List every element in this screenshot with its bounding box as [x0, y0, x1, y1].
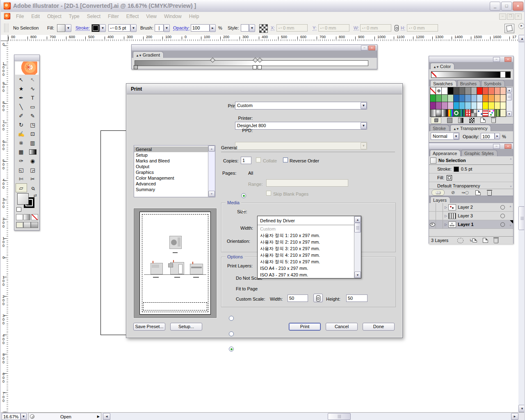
rotate-tool[interactable]: ↻ — [16, 120, 27, 129]
swatch[interactable] — [465, 87, 470, 94]
pen-tool[interactable]: ✒ — [16, 93, 27, 102]
swatch[interactable] — [500, 87, 506, 94]
lock-toggle[interactable] — [436, 220, 443, 228]
layer-row-layer-2[interactable]: ▷Layer 2▲ — [429, 203, 513, 212]
swatch-registration[interactable]: ⊕ — [436, 87, 441, 94]
size-option[interactable]: 사용자 정의 2: 210 x 297 mm. — [258, 239, 354, 245]
tab-symbols[interactable]: Symbols — [481, 80, 505, 87]
menu-type[interactable]: Type — [65, 12, 83, 21]
panel-opacity-field[interactable]: 100 — [481, 133, 495, 139]
swatch[interactable] — [495, 87, 500, 94]
appearance-trash-icon[interactable] — [487, 191, 492, 196]
gradient-palette-strip[interactable]: – × — [132, 45, 377, 51]
swatch-linear-bw[interactable] — [430, 110, 436, 116]
fill-dropdown-button[interactable]: ▼ — [65, 24, 71, 32]
scissors-tool[interactable]: ✂ — [27, 174, 39, 183]
v-scroll-down-icon[interactable]: ▼ — [518, 405, 525, 412]
scale-link-button[interactable] — [313, 294, 323, 302]
reverse-order-checkbox[interactable] — [283, 158, 288, 162]
blend-mode-dropdown-button[interactable]: ▼ — [453, 133, 459, 139]
visibility-toggle[interactable] — [429, 212, 436, 220]
line-segment-tool[interactable]: ╲ — [16, 102, 27, 111]
swatch[interactable] — [448, 102, 453, 109]
appearance-scroll-down-icon[interactable]: ▼ — [509, 185, 512, 188]
print-sections-list[interactable]: GeneralSetupMarks and BleedOutputGraphic… — [134, 145, 215, 197]
make-clipping-mask-icon[interactable] — [457, 238, 463, 243]
copies-field[interactable]: 1 — [241, 157, 251, 164]
save-preset-button[interactable]: Save Preset... — [133, 323, 165, 331]
size-option[interactable]: 사용자 정의 3: 210 x 297 mm. — [258, 245, 354, 252]
rectangle-tool[interactable]: ▭ — [27, 102, 39, 111]
swatch-none[interactable] — [430, 87, 436, 94]
opacity-link[interactable]: Opacity: — [173, 25, 189, 31]
v-scroll-up-icon[interactable]: ▲ — [518, 35, 525, 42]
color-black-swatch[interactable] — [505, 71, 511, 78]
horizontal-ruler[interactable]: 0080070060050040030020010001002003004005… — [8, 35, 518, 41]
stepper-icon[interactable]: ▲▼ — [110, 27, 114, 29]
knife-tool[interactable]: ✄ — [16, 174, 27, 183]
pencil-tool[interactable]: ✎ — [27, 111, 39, 120]
tab-swatches[interactable]: Swatches — [430, 80, 457, 87]
gradient-stop-2[interactable] — [253, 65, 257, 69]
toolbox-drag-strip[interactable] — [14, 55, 39, 61]
sections-scroll-up-icon[interactable]: ▲ — [208, 146, 215, 152]
print-section-setup[interactable]: Setup — [134, 152, 208, 158]
custom-scale-radio[interactable] — [229, 347, 234, 352]
layer-row-layer-1[interactable]: ▷Layer 1▼ — [429, 220, 513, 229]
new-art-maintains-icon[interactable]: ◐▸◯ — [461, 191, 469, 194]
swatch-linear-wb[interactable] — [442, 110, 447, 116]
dropdown-scroll-down-icon[interactable]: ▼ — [354, 272, 361, 278]
dropdown-scroll-up-icon[interactable]: ▲ — [354, 216, 361, 223]
swatch[interactable] — [448, 95, 453, 102]
panel-menu-chevron-icon[interactable]: ▸ — [518, 23, 525, 29]
print-section-marks-and-bleed[interactable]: Marks and Bleed — [134, 158, 208, 164]
appearance-row-fill[interactable]: Fill: — [429, 173, 513, 182]
duplicate-item-button[interactable] — [431, 189, 445, 196]
new-layer-icon[interactable] — [483, 238, 488, 243]
stroke-link[interactable]: Stroke: — [75, 25, 90, 31]
swatch-camo[interactable] — [495, 110, 500, 116]
print-preview[interactable] — [134, 208, 217, 318]
graph-tool[interactable]: ▥ — [27, 138, 39, 147]
sections-scroll-down-icon[interactable]: ▼ — [208, 191, 215, 197]
swatch[interactable] — [483, 102, 488, 109]
panel-group-strip[interactable]: – × — [429, 56, 513, 62]
h-scroll-track[interactable] — [110, 413, 511, 420]
expand-triangle-icon[interactable]: ▷ — [445, 214, 447, 218]
appearance-row-transparency[interactable]: Default Transparency — [429, 182, 513, 189]
clear-appearance-icon[interactable]: ⊘ — [451, 190, 455, 195]
print-preset-combo[interactable]: Custom ▼ — [235, 102, 367, 110]
new-swatch-icon[interactable] — [480, 118, 486, 123]
scale-height-field[interactable]: 50 — [346, 294, 368, 302]
menu-effect[interactable]: Effect — [123, 12, 142, 21]
appearance-new-icon[interactable] — [475, 190, 481, 195]
sections-scrollbar[interactable]: ▲ ▼ — [208, 146, 215, 197]
brush-dropdown-button[interactable]: ▼ — [164, 24, 170, 32]
print-section-summary[interactable]: Summary — [134, 187, 208, 192]
swatch[interactable] — [430, 95, 436, 102]
swatches-scroll-down-icon[interactable]: ▼ — [507, 111, 512, 116]
gradient-stop-1[interactable] — [134, 65, 138, 69]
print-button[interactable]: Print — [289, 323, 321, 331]
mesh-tool[interactable]: ▦ — [16, 147, 27, 156]
appearance-minimize-icon[interactable]: – — [493, 144, 500, 149]
show-gradient-swatches-icon[interactable] — [458, 118, 463, 123]
gradient-stop-3[interactable] — [258, 65, 262, 69]
status-menu-arrow-icon[interactable]: ▶ — [97, 415, 100, 418]
print-section-graphics[interactable]: Graphics — [134, 169, 208, 175]
visibility-toggle[interactable] — [429, 203, 436, 211]
h-scroll-right-icon[interactable]: ► — [511, 413, 518, 420]
tab-stroke[interactable]: Stroke — [430, 125, 450, 131]
expand-triangle-icon[interactable]: ▷ — [445, 205, 447, 209]
swatch[interactable] — [442, 87, 447, 94]
swatch[interactable] — [448, 87, 453, 94]
swatch[interactable] — [454, 87, 459, 94]
stroke-weight-dropdown-button[interactable]: ▼ — [130, 24, 137, 32]
ruler-corner[interactable] — [1, 35, 8, 41]
blend-mode-combo[interactable]: Normal ▼ — [431, 132, 459, 140]
print-preset-dropdown-button[interactable]: ▼ — [361, 102, 367, 109]
swatch[interactable] — [488, 95, 494, 102]
swatches-scroll-up-icon[interactable]: ▲ — [507, 87, 512, 93]
swatch[interactable] — [477, 87, 482, 94]
size-option[interactable]: 사용자 정의 5: 210 x 297 mm. — [258, 258, 354, 265]
